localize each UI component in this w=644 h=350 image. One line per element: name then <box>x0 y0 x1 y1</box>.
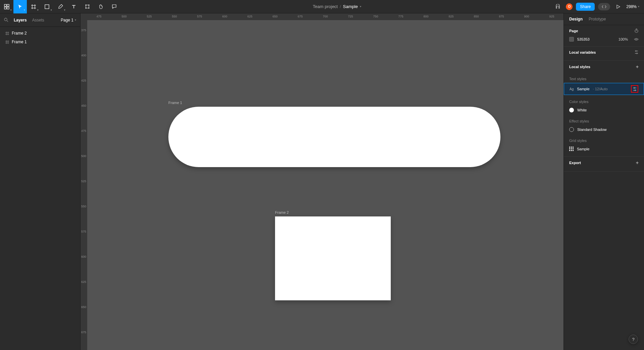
grid-styles-title: Grid styles <box>569 139 639 143</box>
svg-rect-0 <box>4 4 6 6</box>
layer-item-frame-1[interactable]: Frame 1 <box>0 38 80 46</box>
left-panel: Layers Assets Page 1 ▾ Frame 2 Frame 1 <box>0 13 80 350</box>
effect-styles-title: Effect styles <box>569 119 639 123</box>
move-tool-button[interactable]: ▾ <box>13 0 27 13</box>
timer-icon[interactable] <box>634 29 639 33</box>
grid-style-sample[interactable]: Sample <box>569 145 639 153</box>
effect-style-shadow[interactable]: Standard Shadow <box>569 125 639 134</box>
white-swatch-icon <box>569 108 574 112</box>
add-style-button[interactable]: + <box>636 64 639 69</box>
vertical-ruler: 375400425450475500525550575600625650675 <box>80 20 87 350</box>
frame-tool-button[interactable]: ▾ <box>27 0 40 13</box>
local-styles-title: Local styles <box>569 65 590 69</box>
canvas-area[interactable]: 4755005255505756006256506757007257507758… <box>80 13 564 350</box>
frame-2-label[interactable]: Frame 2 <box>275 210 289 214</box>
frame-icon <box>5 32 9 35</box>
visibility-icon[interactable] <box>634 38 639 41</box>
effect-icon <box>569 127 574 132</box>
frame-2[interactable] <box>275 216 391 300</box>
pen-tool-button[interactable]: ▾ <box>54 0 67 13</box>
frame-1-label[interactable]: Frame 1 <box>168 101 182 105</box>
page-color-swatch[interactable] <box>569 37 574 42</box>
edit-style-button[interactable] <box>631 85 638 93</box>
resources-tool-button[interactable] <box>80 0 94 13</box>
hand-tool-button[interactable] <box>94 0 107 13</box>
page-opacity[interactable]: 100% <box>619 37 628 41</box>
user-avatar[interactable]: O <box>566 3 573 10</box>
layer-label: Frame 2 <box>12 31 27 36</box>
grid-icon <box>569 147 574 151</box>
effect-style-name: Standard Shadow <box>577 128 606 132</box>
export-title: Export <box>569 161 581 165</box>
local-variables-title: Local variables <box>569 50 596 54</box>
file-name: Sample <box>343 4 358 9</box>
help-button[interactable]: ? <box>629 335 638 344</box>
page-color-value[interactable]: 535353 <box>577 37 590 41</box>
canvas[interactable]: Frame 1 Frame 2 <box>87 20 564 350</box>
page-selector[interactable]: Page 1 ▾ <box>61 18 76 22</box>
tab-layers[interactable]: Layers <box>14 18 27 22</box>
text-style-prefix: Ag <box>570 87 574 91</box>
color-style-name: White <box>577 108 587 112</box>
svg-point-40 <box>635 90 636 91</box>
present-button[interactable] <box>613 2 623 11</box>
team-name: Team project <box>313 4 338 9</box>
horizontal-ruler: 4755005255505756006256506757007257507758… <box>87 13 564 20</box>
svg-point-36 <box>637 53 638 54</box>
grid-style-name: Sample <box>577 147 589 151</box>
add-export-button[interactable]: + <box>636 160 639 165</box>
text-style-detail: · 12/Auto <box>593 87 608 91</box>
frame-1[interactable] <box>168 107 500 167</box>
page-section-title: Page <box>569 29 578 33</box>
file-title[interactable]: Team project / Sample ▾ <box>121 4 553 9</box>
svg-rect-3 <box>7 7 9 9</box>
color-style-white[interactable]: White <box>569 106 639 114</box>
ruler-corner <box>80 13 87 20</box>
tab-assets[interactable]: Assets <box>32 18 44 22</box>
svg-rect-1 <box>7 4 9 6</box>
svg-point-32 <box>636 39 637 40</box>
share-button[interactable]: Share <box>576 3 595 11</box>
text-tool-button[interactable] <box>67 0 80 13</box>
shape-tool-button[interactable]: ▾ <box>40 0 54 13</box>
text-style-sample[interactable]: Ag Sample · 12/Auto <box>564 83 644 95</box>
tab-design[interactable]: Design <box>569 17 583 21</box>
tab-prototype[interactable]: Prototype <box>589 17 606 21</box>
layer-item-frame-2[interactable]: Frame 2 <box>0 29 80 38</box>
top-toolbar: ▾ ▾ ▾ ▾ ▾ Team project <box>0 0 644 13</box>
audio-icon[interactable] <box>553 2 562 11</box>
comment-tool-button[interactable] <box>107 0 121 13</box>
search-icon[interactable] <box>4 18 8 22</box>
color-styles-title: Color styles <box>569 100 639 104</box>
svg-rect-2 <box>4 7 6 9</box>
variables-settings-icon[interactable] <box>634 50 639 54</box>
svg-line-20 <box>7 20 8 22</box>
frame-icon <box>5 40 9 44</box>
dev-mode-toggle[interactable] <box>598 3 610 10</box>
svg-rect-8 <box>45 5 49 9</box>
svg-point-34 <box>636 51 637 52</box>
main-menu-button[interactable]: ▾ <box>0 0 13 13</box>
right-panel: Design Prototype Page 535353 100% Loca <box>564 13 644 350</box>
layer-label: Frame 1 <box>12 40 27 44</box>
text-style-name: Sample <box>577 87 589 91</box>
zoom-dropdown[interactable]: 298% ▾ <box>626 4 639 9</box>
svg-point-19 <box>4 18 7 21</box>
svg-point-38 <box>634 87 635 88</box>
text-styles-title: Text styles <box>569 77 639 81</box>
